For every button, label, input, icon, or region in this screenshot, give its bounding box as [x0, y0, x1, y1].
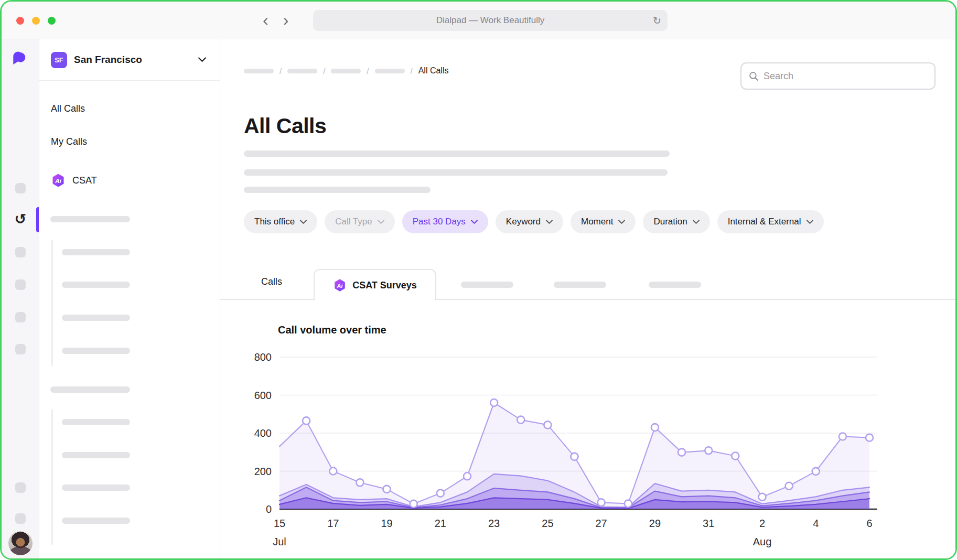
filter-label: Internal & External — [728, 217, 801, 227]
app-icon-rail: ↺ — [2, 39, 39, 560]
minimize-window-button[interactable] — [32, 17, 40, 25]
skeleton-bar — [244, 169, 668, 176]
csat-ai-icon: Ai — [51, 173, 66, 188]
zoom-window-button[interactable] — [48, 17, 56, 25]
svg-text:400: 400 — [254, 427, 272, 439]
skeleton-bar — [62, 419, 130, 425]
breadcrumb-separator: / — [279, 67, 282, 76]
back-icon[interactable]: ‹ — [263, 8, 268, 32]
dialpad-logo-icon[interactable] — [12, 50, 29, 66]
filter-label: This office — [254, 217, 295, 227]
svg-text:Aug: Aug — [753, 536, 772, 547]
sidebar-item-my-calls[interactable]: My Calls — [39, 130, 220, 153]
app-window: ‹ › Dialpad — Work Beautifully ↻ ↺ — [0, 0, 957, 560]
tab-label: CSAT Surveys — [352, 280, 417, 291]
svg-text:Ai: Ai — [55, 177, 61, 184]
sidebar-item-all-calls[interactable]: All Calls — [39, 97, 220, 120]
svg-text:Ai: Ai — [337, 283, 343, 289]
chevron-down-icon — [198, 57, 206, 62]
chevron-down-icon — [471, 220, 478, 224]
svg-text:21: 21 — [435, 518, 446, 529]
svg-text:4: 4 — [813, 518, 819, 529]
address-bar-title: Dialpad — Work Beautifully — [436, 15, 545, 26]
chart-title: Call volume over time — [278, 324, 386, 336]
rail-item-placeholder — [15, 513, 26, 524]
filter-date-range[interactable]: Past 30 Days — [402, 210, 488, 233]
history-icon[interactable]: ↺ — [11, 210, 30, 229]
svg-text:25: 25 — [542, 518, 553, 529]
filter-label: Moment — [581, 217, 613, 227]
tab-placeholder — [649, 282, 701, 288]
chevron-down-icon — [546, 220, 553, 224]
tab-placeholder — [554, 282, 606, 288]
rail-item-placeholder — [15, 247, 26, 257]
filter-call-type[interactable]: Call Type — [325, 210, 395, 233]
filter-bar: This office Call Type Past 30 Days Keywo… — [244, 210, 824, 233]
chevron-down-icon — [618, 220, 625, 224]
filter-keyword[interactable]: Keyword — [496, 210, 563, 233]
rail-item-placeholder — [15, 183, 26, 193]
breadcrumb-separator: / — [367, 67, 369, 76]
chevron-down-icon — [807, 220, 813, 224]
sidebar-item-label: My Calls — [51, 136, 87, 147]
svg-text:2: 2 — [759, 518, 765, 529]
reload-icon[interactable]: ↻ — [653, 10, 661, 31]
breadcrumb-placeholder — [287, 69, 317, 73]
svg-text:15: 15 — [274, 518, 285, 529]
call-volume-chart: 0200400600800151719212325272931246JulAug — [220, 322, 957, 555]
breadcrumb-placeholder — [331, 69, 361, 73]
search-box — [740, 62, 936, 90]
window-controls — [16, 17, 56, 25]
svg-text:200: 200 — [254, 466, 272, 477]
rail-active-indicator — [36, 207, 39, 232]
close-window-button[interactable] — [16, 17, 24, 25]
svg-text:6: 6 — [866, 518, 872, 529]
rail-item-placeholder — [15, 312, 26, 322]
skeleton-bar — [50, 216, 130, 222]
svg-text:31: 31 — [703, 518, 714, 529]
browser-titlebar: ‹ › Dialpad — Work Beautifully ↻ — [2, 2, 955, 39]
breadcrumb-separator: / — [411, 67, 413, 76]
browser-nav: ‹ › — [263, 8, 288, 32]
skeleton-bar — [62, 518, 130, 524]
sidebar-item-csat[interactable]: Ai CSAT — [39, 169, 220, 192]
skeleton-bar — [62, 282, 130, 288]
svg-text:800: 800 — [254, 351, 272, 363]
svg-text:29: 29 — [649, 518, 661, 529]
user-avatar[interactable] — [8, 531, 33, 555]
office-badge: SF — [51, 52, 67, 68]
page-title: All Calls — [244, 114, 326, 138]
svg-text:Jul: Jul — [273, 536, 286, 547]
svg-text:23: 23 — [488, 518, 500, 529]
tab-csat-surveys[interactable]: Ai CSAT Surveys — [314, 269, 436, 300]
sidebar-item-label: All Calls — [51, 103, 85, 114]
skeleton-bar — [244, 150, 670, 157]
filter-label: Duration — [653, 217, 687, 227]
tab-calls[interactable]: Calls — [261, 276, 282, 287]
filter-label: Past 30 Days — [413, 217, 466, 227]
skeleton-bar — [244, 187, 431, 193]
filter-internal-external[interactable]: Internal & External — [717, 210, 824, 233]
filter-moment[interactable]: Moment — [571, 210, 636, 233]
rail-item-placeholder — [15, 279, 26, 290]
breadcrumb-separator: / — [323, 67, 325, 76]
svg-text:600: 600 — [254, 390, 272, 401]
breadcrumb-current: All Calls — [418, 66, 449, 76]
filter-duration[interactable]: Duration — [643, 210, 709, 233]
filter-label: Call Type — [335, 217, 372, 227]
forward-icon[interactable]: › — [283, 8, 289, 32]
address-bar[interactable]: Dialpad — Work Beautifully ↻ — [313, 10, 668, 31]
csat-ai-icon: Ai — [333, 278, 347, 292]
main-content: / / / / All Calls All Calls — [220, 39, 955, 560]
search-input[interactable] — [764, 71, 927, 82]
breadcrumb: / / / / All Calls — [244, 66, 448, 76]
breadcrumb-placeholder — [375, 69, 405, 73]
breadcrumb-placeholder — [244, 69, 274, 73]
tree-guide-line — [51, 240, 53, 366]
sidebar: SF San Francisco All Calls My Calls Ai C… — [39, 39, 220, 560]
search-icon — [749, 71, 759, 81]
filter-this-office[interactable]: This office — [244, 210, 317, 233]
tab-placeholder — [461, 282, 513, 288]
office-selector[interactable]: SF San Francisco — [39, 39, 220, 81]
tree-guide-line — [51, 410, 53, 545]
